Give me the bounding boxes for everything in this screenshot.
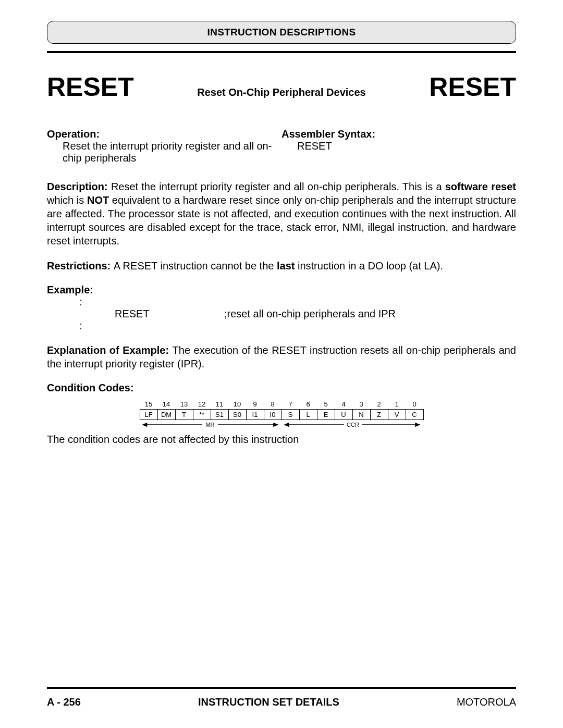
- mnemonic-left: RESET: [47, 72, 134, 102]
- restrictions-bold1: last: [277, 260, 295, 272]
- condition-codes-note: The condition codes are not affected by …: [47, 434, 516, 446]
- condition-codes-table: 1514131211109876543210 LFDMT**S1S0I1I0SL…: [47, 399, 516, 429]
- cc-bit-number: 9: [246, 399, 264, 410]
- page-number: A - 256: [47, 696, 81, 708]
- cc-bit-name: DM: [157, 410, 175, 420]
- mnemonic-right: RESET: [429, 72, 516, 102]
- svg-text:MR: MR: [205, 422, 214, 428]
- cc-bit-number: 11: [211, 399, 228, 410]
- cc-bit-name: E: [317, 410, 335, 420]
- cc-bit-name: **: [193, 410, 211, 420]
- example-colon2: :: [47, 320, 115, 332]
- cc-bit-number: 7: [282, 399, 299, 410]
- cc-bit-number: 8: [264, 399, 282, 410]
- cc-bit-name: N: [352, 410, 370, 420]
- operation-label: Operation:: [47, 128, 276, 140]
- description-bold1: software reset: [445, 181, 516, 192]
- example-instruction: RESET: [115, 308, 224, 320]
- page-footer: A - 256 INSTRUCTION SET DETAILS MOTOROLA: [47, 687, 516, 708]
- cc-bit-name: C: [406, 410, 423, 420]
- cc-bit-name: I1: [246, 410, 264, 420]
- footer-brand: MOTOROLA: [457, 696, 516, 708]
- assembler-syntax-label: Assembler Syntax:: [282, 128, 516, 140]
- description-bold2: NOT: [87, 194, 109, 206]
- cc-bit-name: U: [335, 410, 352, 420]
- description-lead: Description:: [47, 181, 111, 192]
- cc-bit-name: Z: [370, 410, 388, 420]
- description-text-b: which is: [47, 194, 87, 206]
- footer-title: INSTRUCTION SET DETAILS: [198, 696, 339, 708]
- operation-syntax-row: Operation: Reset the interrupt priority …: [47, 128, 516, 164]
- explanation-lead: Explanation of Example:: [47, 344, 173, 356]
- restrictions-paragraph: Restrictions: A RESET instruction cannot…: [47, 259, 516, 273]
- cc-bit-number: 4: [335, 399, 352, 410]
- description-paragraph: Description: Reset the interrupt priorit…: [47, 180, 516, 248]
- cc-bit-number: 14: [157, 399, 175, 410]
- example-label: Example:: [47, 284, 516, 296]
- condition-codes-label: Condition Codes:: [47, 382, 516, 394]
- svg-text:CCR: CCR: [347, 422, 359, 428]
- cc-bit-numbers: 1514131211109876543210: [140, 399, 423, 410]
- explanation-paragraph: Explanation of Example: The execution of…: [47, 343, 516, 371]
- restrictions-text-a: A RESET instruction cannot be the: [114, 260, 277, 272]
- example-colon1: :: [47, 296, 115, 308]
- cc-bit-name: T: [175, 410, 193, 420]
- divider: [47, 51, 516, 53]
- operation-text: Reset the interrupt priority register an…: [47, 140, 276, 164]
- footer-divider: [47, 687, 516, 689]
- cc-bit-name: LF: [140, 410, 157, 420]
- cc-bit-number: 15: [140, 399, 157, 410]
- cc-bit-number: 1: [388, 399, 406, 410]
- cc-bit-name: S1: [211, 410, 228, 420]
- cc-bit-number: 12: [193, 399, 211, 410]
- cc-bit-number: 3: [352, 399, 370, 410]
- cc-bit-number: 10: [228, 399, 246, 410]
- restrictions-lead: Restrictions:: [47, 260, 114, 272]
- cc-bit-number: 0: [406, 399, 423, 410]
- cc-bit-number: 6: [299, 399, 317, 410]
- instruction-title-row: RESET Reset On-Chip Peripheral Devices R…: [47, 72, 516, 102]
- assembler-syntax-text: RESET: [282, 140, 516, 152]
- cc-bit-name: S0: [228, 410, 246, 420]
- cc-bit-name: I0: [264, 410, 282, 420]
- description-text-c: equivalent to a hardware reset since onl…: [47, 194, 516, 246]
- cc-bit-name: L: [299, 410, 317, 420]
- cc-bit-names: LFDMT**S1S0I1I0SLEUNZVC: [140, 410, 423, 420]
- cc-group-arrows: MR CCR: [140, 420, 423, 429]
- instruction-subtitle: Reset On-Chip Peripheral Devices: [134, 87, 430, 98]
- description-text-a: Reset the interrupt priority register an…: [111, 181, 445, 192]
- section-header: INSTRUCTION DESCRIPTIONS: [47, 21, 516, 44]
- cc-bit-name: S: [282, 410, 299, 420]
- example-comment: ;reset all on-chip peripherals and IPR: [224, 308, 516, 320]
- example-block: Example: : RESET ;reset all on-chip peri…: [47, 284, 516, 332]
- cc-bit-number: 13: [175, 399, 193, 410]
- cc-bit-number: 5: [317, 399, 335, 410]
- restrictions-text-b: instruction in a DO loop (at LA).: [295, 260, 443, 272]
- cc-bit-number: 2: [370, 399, 388, 410]
- cc-bit-name: V: [388, 410, 406, 420]
